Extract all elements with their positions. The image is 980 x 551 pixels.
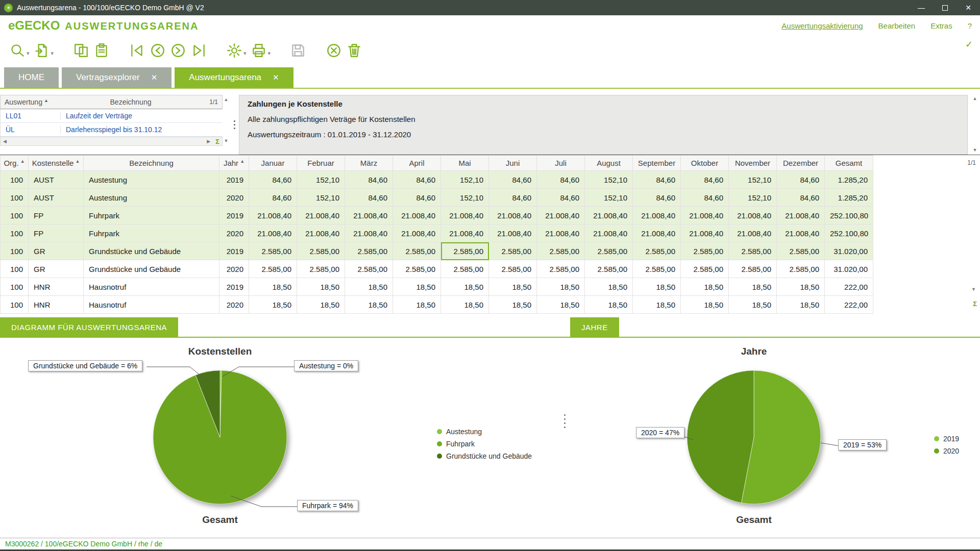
table-cell[interactable]: 100 — [1, 189, 29, 207]
table-cell[interactable]: 2.585,00 — [585, 242, 633, 260]
search-button[interactable]: ▾ — [7, 39, 32, 62]
table-row[interactable]: 100AUSTAustestung201984,60152,1084,6084,… — [1, 171, 873, 189]
table-cell[interactable]: 18,50 — [729, 278, 777, 296]
table-cell[interactable]: 2.585,00 — [729, 260, 777, 278]
column-header[interactable]: September — [633, 156, 681, 171]
cancel-button[interactable] — [324, 39, 344, 62]
table-cell[interactable]: 21.008,40 — [249, 207, 297, 224]
column-header-auswertung[interactable]: Auswertung▲ — [1, 98, 61, 106]
table-row[interactable]: 100GRGrundstücke und Gebäude20202.585,00… — [1, 260, 873, 278]
table-cell[interactable]: 84,60 — [489, 171, 537, 189]
panel-splitter[interactable] — [230, 95, 239, 155]
close-button[interactable]: ✕ — [957, 0, 980, 15]
column-header[interactable]: Oktober — [681, 156, 729, 171]
table-cell[interactable]: 21.008,40 — [633, 224, 681, 242]
column-header[interactable]: November — [729, 156, 777, 171]
table-cell[interactable]: AUST — [29, 171, 84, 189]
table-cell[interactable]: 2.585,00 — [633, 260, 681, 278]
column-header[interactable]: Jahr▲ — [219, 156, 249, 171]
status-text[interactable]: M3000262 / 100/eGECKO Demo GmbH / rhe / … — [5, 540, 162, 548]
table-cell[interactable]: 100 — [1, 207, 29, 224]
table-cell[interactable]: 2020 — [219, 224, 249, 242]
table-cell[interactable]: 152,10 — [585, 189, 633, 207]
nav-last-button[interactable] — [188, 39, 209, 62]
table-cell[interactable]: 84,60 — [537, 189, 585, 207]
table-cell[interactable]: 21.008,40 — [537, 207, 585, 224]
table-cell[interactable]: 84,60 — [345, 189, 393, 207]
table-cell[interactable]: 21.008,40 — [729, 207, 777, 224]
table-cell[interactable]: 2019 — [219, 242, 249, 260]
dropdown-caret-icon[interactable]: ▾ — [27, 50, 30, 62]
table-row[interactable]: 100HNRHausnotruf202018,5018,5018,5018,50… — [1, 296, 873, 314]
table-cell[interactable]: 2019 — [219, 278, 249, 296]
table-cell[interactable]: 100 — [1, 224, 29, 242]
table-cell[interactable]: 84,60 — [345, 171, 393, 189]
table-cell[interactable]: 152,10 — [297, 189, 345, 207]
list-item[interactable]: ÜLDarlehensspiegel bis 31.10.12 — [1, 123, 223, 137]
table-cell[interactable]: Hausnotruf — [84, 296, 219, 314]
table-cell[interactable]: 21.008,40 — [249, 224, 297, 242]
table-cell[interactable]: 2.585,00 — [249, 260, 297, 278]
table-cell[interactable]: 152,10 — [729, 189, 777, 207]
table-cell[interactable]: 18,50 — [585, 296, 633, 314]
table-cell[interactable]: 222,00 — [825, 296, 873, 314]
table-cell[interactable]: 18,50 — [537, 278, 585, 296]
table-row[interactable]: 100FPFuhrpark201921.008,4021.008,4021.00… — [1, 207, 873, 224]
table-cell[interactable]: 2.585,00 — [393, 242, 441, 260]
table-cell[interactable]: 152,10 — [297, 171, 345, 189]
table-cell[interactable]: 18,50 — [489, 296, 537, 314]
table-cell[interactable]: AUST — [29, 189, 84, 207]
menu-bearbeiten[interactable]: Bearbeiten — [878, 21, 916, 30]
table-cell[interactable]: 21.008,40 — [345, 207, 393, 224]
table-cell[interactable]: 18,50 — [345, 296, 393, 314]
table-cell[interactable]: 252.100,80 — [825, 207, 873, 224]
column-header[interactable]: August — [585, 156, 633, 171]
table-cell[interactable]: 2.585,00 — [345, 260, 393, 278]
table-cell[interactable]: 84,60 — [681, 171, 729, 189]
table-cell[interactable]: 18,50 — [681, 296, 729, 314]
column-header[interactable]: April — [393, 156, 441, 171]
column-header[interactable]: Kostenstelle▲ — [29, 156, 84, 171]
scroll-left-icon[interactable]: ◀ — [1, 139, 9, 144]
table-cell[interactable]: 18,50 — [633, 278, 681, 296]
nav-next-button[interactable] — [168, 39, 188, 62]
dropdown-caret-icon[interactable]: ▾ — [268, 50, 271, 62]
table-cell[interactable]: HNR — [29, 278, 84, 296]
column-header[interactable]: Februar — [297, 156, 345, 171]
info-scrollbar[interactable]: ▲ ▼ — [971, 96, 979, 153]
table-cell[interactable]: 2.585,00 — [729, 242, 777, 260]
table-cell[interactable]: 18,50 — [729, 296, 777, 314]
table-cell[interactable]: 21.008,40 — [297, 207, 345, 224]
table-cell[interactable]: 100 — [1, 171, 29, 189]
table-cell[interactable]: 21.008,40 — [441, 207, 489, 224]
table-cell[interactable]: 84,60 — [249, 171, 297, 189]
table-cell[interactable]: 21.008,40 — [489, 224, 537, 242]
sum-icon[interactable]: Σ — [213, 138, 222, 145]
table-cell[interactable]: 2.585,00 — [681, 260, 729, 278]
table-cell[interactable]: 2.585,00 — [777, 242, 825, 260]
scroll-right-icon[interactable]: ▶ — [204, 139, 213, 144]
nav-prev-button[interactable] — [148, 39, 168, 62]
table-cell[interactable]: 2.585,00 — [489, 242, 537, 260]
table-cell[interactable]: 18,50 — [585, 278, 633, 296]
table-cell[interactable]: FP — [29, 207, 84, 224]
table-cell[interactable]: 84,60 — [777, 171, 825, 189]
column-header[interactable]: Bezeichnung — [84, 156, 219, 171]
table-cell[interactable]: 84,60 — [777, 189, 825, 207]
table-cell[interactable]: 18,50 — [777, 278, 825, 296]
sum-icon[interactable]: Σ — [973, 300, 977, 308]
column-header[interactable]: Juli — [537, 156, 585, 171]
table-cell[interactable]: 2020 — [219, 260, 249, 278]
table-cell[interactable]: Fuhrpark — [84, 207, 219, 224]
menu-auswertungsaktivierung[interactable]: Auswertungsaktivierung — [781, 21, 863, 30]
table-cell[interactable]: 2.585,00 — [489, 260, 537, 278]
table-cell[interactable]: 21.008,40 — [681, 224, 729, 242]
table-cell[interactable]: 84,60 — [633, 171, 681, 189]
table-cell[interactable]: 18,50 — [489, 278, 537, 296]
minimize-button[interactable]: — — [910, 0, 933, 15]
copy-button[interactable] — [71, 39, 91, 62]
table-cell[interactable]: 152,10 — [441, 171, 489, 189]
table-cell[interactable]: 84,60 — [393, 189, 441, 207]
table-cell[interactable]: 2.585,00 — [393, 260, 441, 278]
table-cell[interactable]: 84,60 — [633, 189, 681, 207]
